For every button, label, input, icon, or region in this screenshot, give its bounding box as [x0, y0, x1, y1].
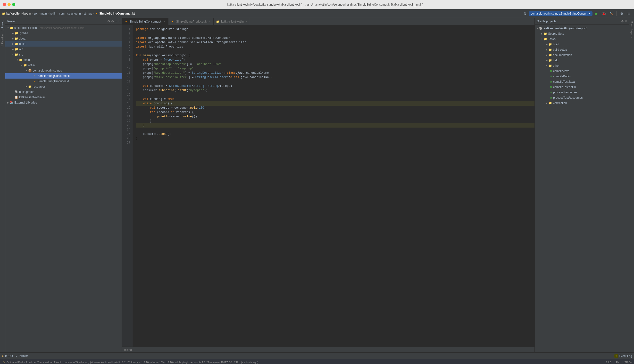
collapse-icon[interactable]: −	[115, 20, 117, 23]
layout-button[interactable]: ⊞	[626, 10, 632, 17]
code-line-5: import java.util.Properties	[136, 44, 534, 49]
gradle-help[interactable]: ▶ 📁 help	[535, 58, 629, 63]
gradle-arrow-source-sets: ▶	[540, 32, 543, 35]
gradle-source-sets[interactable]: ▶ 📁 Source Sets	[535, 31, 629, 36]
build-button[interactable]: 🔨	[608, 10, 614, 17]
run-button[interactable]: ▶	[593, 10, 600, 17]
maven-projects-tab[interactable]: Maven Projects	[630, 19, 633, 40]
tab-close-consumer[interactable]: ✕	[164, 20, 166, 23]
tree-label-resources: resources	[33, 85, 46, 88]
cursor-position: 23:6	[603, 361, 611, 364]
sep6: ›	[82, 12, 83, 15]
tab-close-project[interactable]: ✕	[245, 20, 247, 23]
tree-consumer-file[interactable]: 🔸 SimpleStringConsumer.kt	[5, 73, 122, 78]
code-line-14: val consumer = KafkaConsumer<String, Str…	[136, 84, 534, 88]
left-tab-project[interactable]: 1: Project	[1, 19, 4, 32]
todo-tab[interactable]: 6 TODO	[2, 354, 13, 358]
run-config[interactable]: com.seigneurin.strings.SimpleStringConsu…	[529, 12, 592, 16]
gradle-verification[interactable]: ▶ 📁 verification	[535, 100, 629, 106]
breadcrumb-seigneurin[interactable]: seigneurin	[67, 12, 81, 15]
debug-button[interactable]: 🐞	[601, 10, 607, 17]
tree-package[interactable]: ▾ 📦 com.seigneurin.strings	[5, 68, 122, 73]
breadcrumb-com[interactable]: com	[59, 12, 65, 15]
event-log-tab[interactable]: 1 Event Log	[614, 354, 632, 358]
gradle-gear-icon[interactable]: ⚙	[621, 20, 624, 23]
gradle-verification-label: verification	[553, 101, 567, 105]
maximize-button[interactable]	[12, 3, 15, 6]
editor-tabs: 🔸 SimpleStringConsumer.kt ✕ 🔸 SimpleStri…	[122, 18, 534, 25]
run-gutter-icon[interactable]: ▶	[133, 53, 133, 58]
code-line-4: import org.apache.kafka.common.serializa…	[136, 40, 534, 44]
close-button[interactable]	[3, 3, 6, 6]
gradle-build-task-label: build	[553, 43, 559, 46]
gradle-help-label: help	[553, 59, 558, 62]
tree-out[interactable]: ▶ 📁 out	[5, 46, 122, 52]
tab-kt-icon-consumer: 🔸	[124, 20, 128, 23]
gradle-process-resources[interactable]: ⚙ processResources	[535, 90, 629, 95]
tab-close-producer[interactable]: ✕	[209, 20, 211, 23]
gradle-root[interactable]: ▾ 🐘 kafka-client-kotlin (auto-import)	[535, 26, 629, 31]
breadcrumb-src[interactable]: src	[34, 12, 38, 15]
event-log-label: Event Log	[619, 354, 632, 358]
left-tab-favorites[interactable]: 2: Favorites	[1, 32, 4, 48]
tree-external-libs[interactable]: ▶ 📚 External Libraries	[5, 100, 122, 105]
folder-icon-build: 📁	[15, 42, 18, 46]
sync-button[interactable]: ⇅	[522, 10, 528, 17]
code-line-25: consumer.close()	[136, 132, 534, 136]
sep1: ›	[32, 12, 33, 15]
tree-idea[interactable]: ▶ 📁 .idea	[5, 36, 122, 41]
breadcrumb-root[interactable]: 📁 kafka-client-kotlin	[2, 12, 31, 15]
task-icon-compile-test-kotlin: ⚙	[550, 86, 552, 89]
gradle-compile-kotlin[interactable]: ⚙ compileKotlin	[535, 74, 629, 79]
terminal-tab[interactable]: ▸ Terminal	[16, 354, 29, 358]
tree-resources[interactable]: ▶ 📁 resources	[5, 84, 122, 89]
tree-kotlin[interactable]: ▾ 📁 kotlin	[5, 62, 122, 68]
gradle-build-task[interactable]: ▶ 📁 build	[535, 42, 629, 47]
tree-iml[interactable]: 📋 kafka-client-kotlin.iml	[5, 94, 122, 100]
folder-icon-root: 📁	[10, 26, 13, 30]
right-vertical-tabs: Maven Projects	[629, 18, 634, 352]
code-content[interactable]: package com.seigneurin.strings import or…	[133, 25, 534, 346]
tree-src[interactable]: ▾ 📁 src	[5, 52, 122, 57]
expand-icon[interactable]: +	[118, 20, 120, 23]
tree-label-producer: SimpleStringProducer.kt	[38, 80, 69, 83]
gradle-arrow-verification: ▶	[545, 102, 548, 104]
code-line-11: props["key.deserializer"] = StringDeseri…	[136, 71, 534, 75]
tree-build[interactable]: ▶ 📁 build	[5, 41, 122, 46]
line-numbers: 12345 678910 1112131415 1617181920 21222…	[122, 25, 133, 346]
gradle-compile-test-java[interactable]: ⚙ compileTestJava	[535, 79, 629, 84]
gradle-other[interactable]: ▾ 📁 other	[535, 63, 629, 68]
tree-arrow-kotlin: ▾	[20, 64, 23, 66]
code-line-20: for (record in records) {	[136, 110, 534, 114]
tree-build-gradle[interactable]: 🐘 build.gradle	[5, 89, 122, 94]
gradle-panel-header: Gradle projects ⚙ ✕	[535, 18, 629, 25]
gradle-tasks[interactable]: ▾ 📁 Tasks	[535, 36, 629, 42]
terminal-icon: ▸	[16, 354, 17, 358]
gear-icon[interactable]: ⚙	[107, 20, 110, 23]
code-line-16	[136, 93, 534, 97]
editor-tab-project[interactable]: 📁 kafka-client-kotlin ✕	[214, 18, 250, 25]
code-line-23: }	[136, 123, 534, 128]
gradle-compile-java[interactable]: ⚙ compileJava	[535, 68, 629, 74]
minimize-button[interactable]	[8, 3, 11, 6]
tree-gradle-hidden[interactable]: ▶ 📁 .gradle	[5, 30, 122, 36]
editor-tab-consumer[interactable]: 🔸 SimpleStringConsumer.kt ✕	[122, 18, 168, 25]
tree-producer-file[interactable]: 🔸 SimpleStringProducer.kt	[5, 78, 122, 84]
settings-icon[interactable]: ⚙	[111, 20, 114, 23]
code-editor[interactable]: 12345 678910 1112131415 1617181920 21222…	[122, 25, 534, 346]
breadcrumb-main[interactable]: main	[41, 12, 47, 15]
settings-button[interactable]: ⚙	[618, 10, 625, 17]
breadcrumb-file[interactable]: 🔸SimpleStringConsumer.kt	[95, 12, 135, 15]
breadcrumb-strings[interactable]: strings	[84, 12, 92, 15]
gradle-build-setup[interactable]: ▶ 📁 build setup	[535, 47, 629, 52]
gradle-compile-test-kotlin[interactable]: ⚙ compileTestKotlin	[535, 84, 629, 90]
warning-icon: ⚠	[3, 360, 5, 364]
gradle-close-icon[interactable]: ✕	[625, 20, 627, 23]
editor-tab-producer[interactable]: 🔸 SimpleStringProducer.kt ✕	[168, 18, 214, 25]
breadcrumb-kotlin[interactable]: kotlin	[50, 12, 56, 15]
tree-root[interactable]: ▾ 📁 kafka-client-kotlin ~/dev/kafka-sand…	[5, 25, 122, 30]
tree-main[interactable]: ▾ 📁 main	[5, 57, 122, 62]
gradle-documentation[interactable]: ▶ 📁 documentation	[535, 52, 629, 58]
gradle-process-test-resources[interactable]: ⚙ processTestResources	[535, 95, 629, 100]
folder-icon-gradle: 📁	[15, 32, 18, 35]
